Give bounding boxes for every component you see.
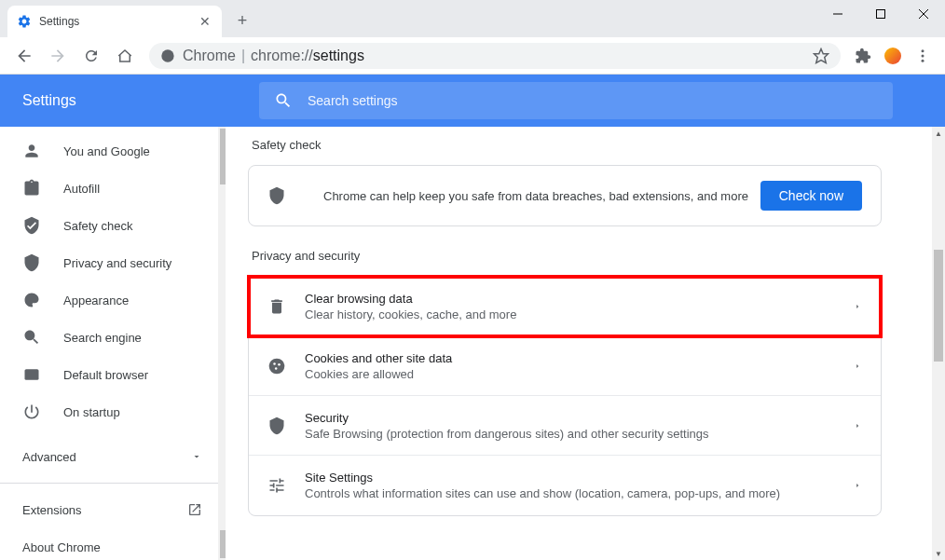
close-window-button[interactable] xyxy=(902,0,945,28)
maximize-button[interactable] xyxy=(859,0,902,28)
chevron-right-icon xyxy=(853,362,862,371)
sidebar-item-you-google[interactable]: You and Google xyxy=(0,132,225,170)
chevron-down-icon xyxy=(191,451,202,462)
svg-point-11 xyxy=(273,362,276,365)
sidebar-item-autofill[interactable]: Autofill xyxy=(0,170,225,207)
home-button[interactable] xyxy=(112,43,138,69)
sidebar-item-privacy[interactable]: Privacy and security xyxy=(0,244,225,281)
safety-text: Chrome can help keep you safe from data … xyxy=(323,189,760,203)
clipboard-icon xyxy=(22,179,41,198)
shield-icon xyxy=(267,417,286,435)
new-tab-button[interactable]: + xyxy=(229,7,255,34)
tab-title: Settings xyxy=(39,15,198,28)
row-clear-browsing-data[interactable]: Clear browsing data Clear history, cooki… xyxy=(249,277,881,336)
main-layout: You and Google Autofill Safety check Pri… xyxy=(0,127,945,560)
security-icon xyxy=(22,253,41,272)
row-cookies[interactable]: Cookies and other site data Cookies are … xyxy=(249,336,881,396)
address-bar[interactable]: Chrome | chrome://settings xyxy=(149,43,841,69)
person-icon xyxy=(22,142,41,160)
external-link-icon xyxy=(187,502,202,517)
settings-gear-icon xyxy=(17,14,32,29)
sidebar-item-search[interactable]: Search engine xyxy=(0,319,225,356)
sidebar-item-appearance[interactable]: Appearance xyxy=(0,281,225,319)
forward-button[interactable] xyxy=(45,43,71,69)
scroll-up-icon[interactable]: ▲ xyxy=(932,127,945,140)
sidebar: You and Google Autofill Safety check Pri… xyxy=(0,127,226,560)
search-icon xyxy=(22,328,41,347)
sidebar-item-startup[interactable]: On startup xyxy=(0,393,225,430)
content-area: Safety check Chrome can help keep you sa… xyxy=(226,127,945,560)
chevron-right-icon xyxy=(853,302,862,311)
svg-point-4 xyxy=(161,49,173,61)
minimize-button[interactable] xyxy=(816,0,859,28)
url-prefix: Chrome xyxy=(183,48,236,64)
row-security[interactable]: Security Safe Browsing (protection from … xyxy=(249,396,881,456)
svg-point-6 xyxy=(922,49,924,52)
safety-check-card: Chrome can help keep you safe from data … xyxy=(248,165,882,226)
cookie-icon xyxy=(267,357,286,376)
reload-button[interactable] xyxy=(78,43,104,69)
svg-point-10 xyxy=(269,358,285,374)
search-settings-box[interactable] xyxy=(259,82,893,119)
section-title-safety: Safety check xyxy=(252,138,882,152)
trash-icon xyxy=(267,297,286,316)
chevron-right-icon xyxy=(853,481,862,490)
settings-header: Settings xyxy=(0,75,945,127)
row-site-settings[interactable]: Site Settings Controls what information … xyxy=(249,456,881,515)
window-titlebar: Settings ✕ + xyxy=(0,0,945,37)
bookmark-star-icon[interactable] xyxy=(813,48,829,64)
section-title-privacy: Privacy and security xyxy=(252,249,882,263)
extension-badge-icon[interactable] xyxy=(880,43,906,69)
browser-tab[interactable]: Settings ✕ xyxy=(7,6,222,37)
tab-close-icon[interactable]: ✕ xyxy=(198,14,212,29)
svg-point-12 xyxy=(278,363,281,366)
sidebar-extensions[interactable]: Extensions xyxy=(0,491,225,528)
content-scrollbar[interactable]: ▲ ▼ xyxy=(932,127,945,560)
browser-toolbar: Chrome | chrome://settings xyxy=(0,37,945,75)
svg-rect-9 xyxy=(25,369,39,380)
scrollbar-thumb[interactable] xyxy=(934,250,943,362)
shield-icon xyxy=(267,186,286,205)
extensions-icon[interactable] xyxy=(850,43,876,69)
svg-point-8 xyxy=(922,59,924,61)
svg-point-13 xyxy=(275,367,278,370)
window-controls xyxy=(816,0,945,28)
browser-icon xyxy=(22,365,41,384)
palette-icon xyxy=(22,291,41,309)
svg-rect-1 xyxy=(877,10,885,19)
divider xyxy=(0,483,225,484)
search-icon xyxy=(274,91,293,110)
sidebar-about[interactable]: About Chrome xyxy=(0,528,225,560)
privacy-card: Clear browsing data Clear history, cooki… xyxy=(248,276,882,516)
chevron-right-icon xyxy=(853,421,862,430)
sidebar-item-safety[interactable]: Safety check xyxy=(0,207,225,244)
power-icon xyxy=(22,403,41,421)
svg-marker-5 xyxy=(815,48,829,62)
menu-icon[interactable] xyxy=(910,43,936,69)
tune-icon xyxy=(267,476,286,495)
scroll-down-icon[interactable]: ▼ xyxy=(932,547,945,560)
sidebar-advanced[interactable]: Advanced xyxy=(0,438,225,475)
verified-icon xyxy=(22,216,41,235)
search-input[interactable] xyxy=(308,93,878,108)
page-title: Settings xyxy=(22,92,259,109)
back-button[interactable] xyxy=(11,43,37,69)
chrome-icon xyxy=(160,48,175,63)
check-now-button[interactable]: Check now xyxy=(760,181,862,211)
sidebar-item-browser[interactable]: Default browser xyxy=(0,356,225,393)
url-text: chrome://settings xyxy=(251,48,364,64)
svg-point-7 xyxy=(922,54,924,57)
